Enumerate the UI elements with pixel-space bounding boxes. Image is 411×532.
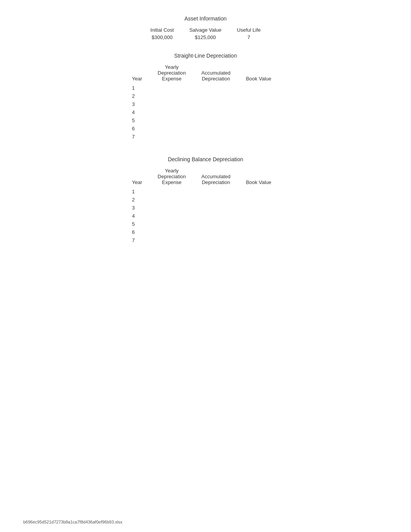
table-row: 4	[132, 212, 279, 220]
straight-line-title: Straight-Line Depreciation	[23, 53, 388, 59]
db-book-value-cell	[238, 212, 279, 220]
db-accumulated-cell	[194, 236, 238, 244]
sl-book-value-cell	[238, 124, 279, 133]
db-year-cell: 1	[132, 188, 150, 196]
sl-yearly-dep-cell	[150, 100, 194, 108]
table-row: 3	[132, 100, 279, 108]
sl-book-value-cell	[238, 92, 279, 100]
db-year-cell: 2	[132, 196, 150, 204]
sl-year-cell: 3	[132, 100, 150, 108]
sl-accumulated-header: Accumulated Depreciation	[194, 63, 238, 84]
db-yearly-dep-cell	[150, 236, 194, 244]
sl-book-value-cell	[238, 84, 279, 92]
sl-book-value-cell	[238, 100, 279, 108]
sl-accumulated-cell	[194, 108, 238, 116]
sl-book-value-cell	[238, 108, 279, 116]
sl-accumulated-cell	[194, 116, 238, 124]
db-year-cell: 4	[132, 212, 150, 220]
table-row: 6	[132, 228, 279, 236]
sl-year-cell: 2	[132, 92, 150, 100]
db-accumulated-header: Accumulated Depreciation	[194, 167, 238, 188]
table-row: 3	[132, 204, 279, 212]
sl-accumulated-cell	[194, 133, 238, 141]
sl-yearly-depreciation-header: Yearly Depreciation Expense	[150, 63, 194, 84]
sl-year-cell: 5	[132, 116, 150, 124]
db-yearly-dep-cell	[150, 196, 194, 204]
db-year-cell: 7	[132, 236, 150, 244]
db-book-value-cell	[238, 188, 279, 196]
table-row: 7	[132, 133, 279, 141]
db-year-cell: 6	[132, 228, 150, 236]
table-row: 5	[132, 220, 279, 228]
sl-year-cell: 7	[132, 133, 150, 141]
table-row: 7	[132, 236, 279, 244]
table-row: 2	[132, 92, 279, 100]
sl-year-cell: 6	[132, 124, 150, 133]
db-yearly-dep-cell	[150, 228, 194, 236]
db-book-value-header: Book Value	[238, 167, 279, 188]
sl-book-value-header: Book Value	[238, 63, 279, 84]
db-book-value-cell	[238, 228, 279, 236]
sl-book-value-cell	[238, 116, 279, 124]
db-accumulated-cell	[194, 212, 238, 220]
declining-balance-section: Declining Balance Depreciation Year Year…	[23, 156, 388, 244]
db-yearly-depreciation-header: Yearly Depreciation Expense	[150, 167, 194, 188]
sl-yearly-dep-cell	[150, 124, 194, 133]
sl-yearly-dep-cell	[150, 133, 194, 141]
db-yearly-dep-cell	[150, 188, 194, 196]
db-year-cell: 3	[132, 204, 150, 212]
asset-info-table: Initial Cost Salvage Value Useful Life $…	[143, 26, 269, 41]
useful-life-value: 7	[229, 34, 268, 41]
table-row: 1	[132, 84, 279, 92]
table-row: 1	[132, 188, 279, 196]
table-row: 4	[132, 108, 279, 116]
useful-life-header: Useful Life	[229, 26, 268, 34]
db-book-value-cell	[238, 220, 279, 228]
db-accumulated-cell	[194, 228, 238, 236]
straight-line-table: Year Yearly Depreciation Expense Accumul…	[132, 63, 279, 141]
db-accumulated-cell	[194, 188, 238, 196]
db-book-value-cell	[238, 236, 279, 244]
straight-line-section: Straight-Line Depreciation Year Yearly D…	[23, 53, 388, 141]
sl-accumulated-cell	[194, 100, 238, 108]
sl-yearly-dep-cell	[150, 84, 194, 92]
sl-yearly-dep-cell	[150, 92, 194, 100]
db-accumulated-cell	[194, 220, 238, 228]
sl-yearly-dep-cell	[150, 108, 194, 116]
db-yearly-dep-cell	[150, 212, 194, 220]
db-year-header: Year	[132, 167, 150, 188]
db-yearly-dep-cell	[150, 220, 194, 228]
db-accumulated-cell	[194, 196, 238, 204]
table-row: 5	[132, 116, 279, 124]
asset-info-title: Asset Information	[23, 15, 388, 22]
sl-year-cell: 1	[132, 84, 150, 92]
db-year-cell: 5	[132, 220, 150, 228]
initial-cost-value: $300,000	[143, 34, 182, 41]
sl-yearly-dep-cell	[150, 116, 194, 124]
sl-accumulated-cell	[194, 84, 238, 92]
declining-balance-table: Year Yearly Depreciation Expense Accumul…	[132, 167, 279, 244]
salvage-value-header: Salvage Value	[182, 26, 229, 34]
db-yearly-dep-cell	[150, 204, 194, 212]
declining-balance-title: Declining Balance Depreciation	[23, 156, 388, 162]
initial-cost-header: Initial Cost	[143, 26, 182, 34]
footer-filename: b696ec95d521d7273b8a1ca7f8d436af0ef96b93…	[23, 520, 122, 524]
sl-book-value-cell	[238, 133, 279, 141]
sl-year-header: Year	[132, 63, 150, 84]
table-row: 2	[132, 196, 279, 204]
db-book-value-cell	[238, 204, 279, 212]
asset-information-section: Asset Information Initial Cost Salvage V…	[23, 15, 388, 41]
sl-year-cell: 4	[132, 108, 150, 116]
table-row: 6	[132, 124, 279, 133]
salvage-value-value: $125,000	[182, 34, 229, 41]
db-book-value-cell	[238, 196, 279, 204]
sl-accumulated-cell	[194, 124, 238, 133]
sl-accumulated-cell	[194, 92, 238, 100]
db-accumulated-cell	[194, 204, 238, 212]
